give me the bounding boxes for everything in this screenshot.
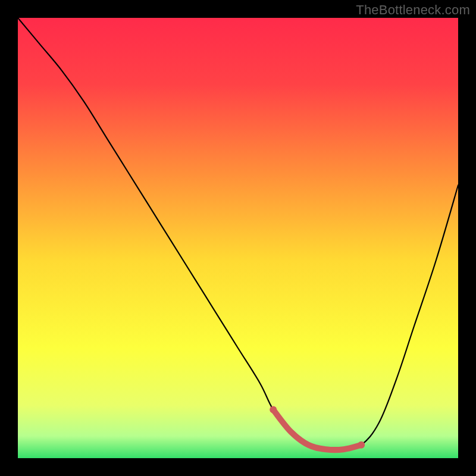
chart-plot-area <box>18 18 458 458</box>
watermark-text: TheBottleneck.com <box>356 2 470 18</box>
highlight-start-dot <box>270 406 277 414</box>
chart-svg <box>18 18 458 458</box>
highlight-end-dot <box>358 441 365 449</box>
chart-frame: TheBottleneck.com <box>0 0 476 476</box>
